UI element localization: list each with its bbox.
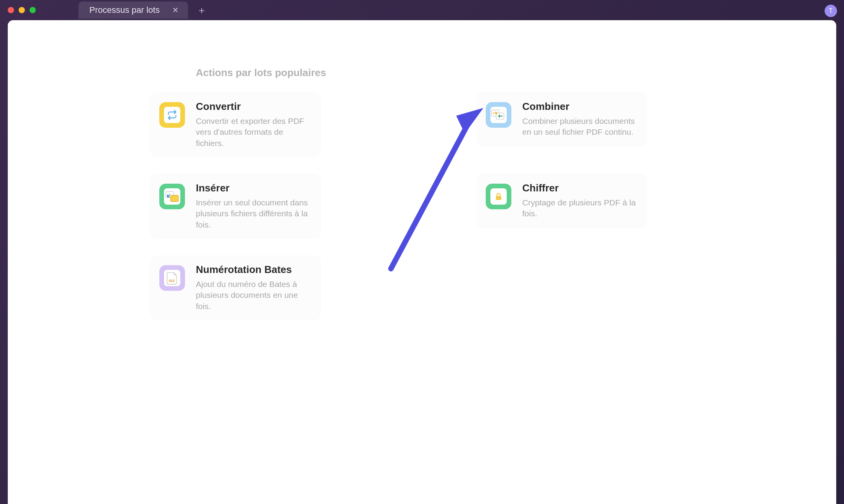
maximize-window-button[interactable]: [30, 7, 36, 13]
combine-icon: [486, 102, 511, 128]
svg-rect-3: [171, 195, 178, 202]
card-text: Insérer Insérer un seul document dans pl…: [196, 182, 312, 230]
card-desc: Combiner plusieurs documents en un seul …: [522, 116, 638, 138]
titlebar: Processus par lots ✕ ＋ T: [0, 0, 844, 20]
active-tab[interactable]: Processus par lots ✕: [78, 2, 188, 19]
close-window-button[interactable]: [8, 7, 14, 13]
card-desc: Insérer un seul document dans plusieurs …: [196, 197, 312, 230]
section-title: Actions par lots populaires: [196, 67, 647, 79]
card-insert[interactable]: Insérer Insérer un seul document dans pl…: [150, 174, 321, 239]
card-bates[interactable]: 012 Numérotation Bates Ajout du numéro d…: [150, 255, 321, 320]
tab-title: Processus par lots: [89, 5, 160, 15]
new-tab-button[interactable]: ＋: [188, 3, 215, 17]
app-window: Processus par lots ✕ ＋ T Actions par lot…: [0, 0, 844, 504]
encrypt-icon: [486, 184, 511, 209]
card-convert[interactable]: Convertir Convertir et exporter des PDF …: [150, 92, 321, 157]
card-desc: Ajout du numéro de Bates à plusieurs doc…: [196, 279, 312, 312]
card-text: Combiner Combiner plusieurs documents en…: [522, 101, 638, 138]
card-text: Numérotation Bates Ajout du numéro de Ba…: [196, 264, 312, 312]
avatar-initial: T: [829, 7, 833, 14]
bates-icon: 012: [159, 265, 185, 291]
content-pane: Actions par lots populaires: [8, 20, 836, 504]
cards-grid: Convertir Convertir et exporter des PDF …: [150, 92, 647, 320]
card-text: Convertir Convertir et exporter des PDF …: [196, 101, 312, 149]
content-inner: Actions par lots populaires: [150, 67, 647, 320]
card-title: Convertir: [196, 101, 312, 113]
card-title: Insérer: [196, 182, 312, 194]
user-avatar[interactable]: T: [825, 5, 837, 17]
card-text: Chiffrer Cryptage de plusieurs PDF à la …: [522, 182, 638, 219]
svg-text:012: 012: [169, 279, 174, 283]
card-combine[interactable]: Combiner Combiner plusieurs documents en…: [476, 92, 647, 146]
card-desc: Convertir et exporter des PDF vers d'aut…: [196, 116, 312, 149]
card-title: Chiffrer: [522, 182, 638, 194]
card-desc: Cryptage de plusieurs PDF à la fois.: [522, 197, 638, 219]
card-encrypt[interactable]: Chiffrer Cryptage de plusieurs PDF à la …: [476, 174, 647, 228]
svg-rect-4: [496, 196, 501, 200]
card-title: Combiner: [522, 101, 638, 113]
window-controls: [8, 7, 36, 13]
close-tab-icon[interactable]: ✕: [171, 4, 180, 16]
card-title: Numérotation Bates: [196, 264, 312, 276]
insert-icon: [159, 184, 185, 209]
minimize-window-button[interactable]: [19, 7, 25, 13]
convert-icon: [159, 102, 185, 128]
